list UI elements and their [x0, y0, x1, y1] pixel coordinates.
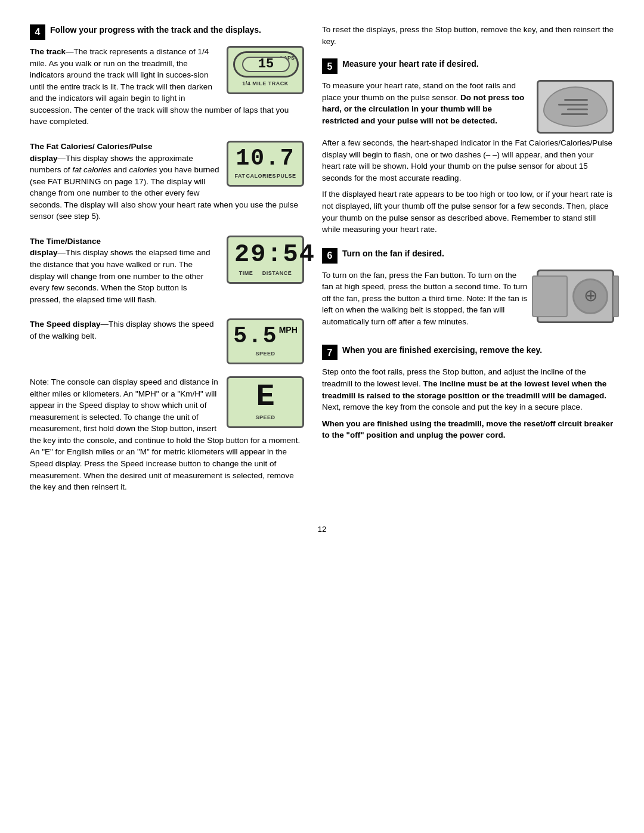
time-distance-subhead: The Time/Distance: [30, 237, 101, 246]
step7-text2: Next, remove the key from the console an…: [322, 402, 583, 411]
fat-calories-display: 10.7 FAT CALORIES PULSE: [227, 141, 304, 187]
e-display: E SPEED: [227, 376, 304, 428]
fan-circle: ⊕: [572, 278, 608, 314]
time-distance-number: 29:54: [234, 241, 296, 268]
fan-icon: ⊕: [584, 284, 597, 308]
fat-calories-subhead: The Fat Calories/ Calories/Pulse: [30, 142, 153, 151]
pulse-line-4: [561, 113, 588, 115]
fan-panel-right: [613, 275, 619, 317]
page-number: 12: [30, 524, 614, 535]
step7-text1: Step onto the foot rails, press the Stop…: [322, 366, 614, 413]
fat-text3: and: [112, 165, 129, 174]
reset-displays-text: To reset the displays, press the Stop bu…: [322, 24, 614, 47]
step5-number: 5: [327, 60, 333, 73]
step5-text3: If the displayed heart rate appears to b…: [322, 188, 614, 235]
pulse-sensor-inner: [543, 86, 608, 127]
step5-section: 5 Measure your heart rate if desired.: [322, 58, 614, 236]
track-subhead: The track: [30, 47, 66, 56]
step4-number-box: 4: [30, 24, 45, 40]
step6-content: ⊕ To turn on the fan, press the Fan butt…: [322, 270, 614, 333]
pulse-sensor-display: [537, 80, 614, 134]
fan-panel-left: [532, 275, 568, 317]
track-bottom-label: 1/4 MILE TRACK: [233, 80, 298, 88]
fat-calories-number: 10.7: [234, 146, 296, 171]
step5-title: Measure your heart rate if desired.: [342, 58, 479, 70]
e-bottom-label: SPEED: [234, 414, 296, 422]
speed-label: SPEED: [255, 350, 275, 358]
step7-number: 7: [327, 346, 333, 360]
fat-display-wrap: 10.7 FAT CALORIES PULSE: [227, 141, 304, 187]
e-number: E: [234, 382, 296, 413]
speed-subhead: The Speed display: [30, 320, 101, 329]
step5-content: To measure your heart rate, stand on the…: [322, 80, 614, 137]
track-laps-number: 15: [258, 55, 274, 74]
fat-display-label: display: [30, 154, 58, 163]
step7-header: 7 When you are finished exercising, remo…: [322, 344, 614, 360]
track-display: LAPS 15 1/4 MILE TRACK: [227, 46, 304, 94]
time-distance-display: 29:54 TIME DISTANCE: [227, 236, 304, 284]
speed-number: 5.5: [233, 324, 277, 349]
time-label: TIME: [239, 270, 253, 277]
track-section: LAPS 15 1/4 MILE TRACK The track—The tra…: [30, 46, 304, 132]
step4-title: Follow your progress with the track and …: [50, 24, 261, 36]
pulse-line-2: [558, 104, 588, 106]
step5-number-box: 5: [322, 58, 338, 74]
left-column: 4 Follow your progress with the track an…: [30, 24, 304, 506]
step7-title: When you are finished exercising, remove…: [342, 344, 542, 356]
speed-display-wrap: 5.5 MPH SPEED: [227, 318, 304, 364]
calories-label: CALORIES: [246, 172, 276, 180]
fat-italic1: fat calories: [72, 165, 111, 174]
e-speed-label: SPEED: [255, 414, 275, 422]
fan-display-wrap: ⊕: [537, 270, 614, 323]
pulse-display-wrap: [537, 80, 614, 134]
fan-display: ⊕: [537, 270, 614, 323]
pulse-line-1: [564, 99, 588, 101]
e-display-wrap: E SPEED: [227, 376, 304, 428]
distance-label: DISTANCE: [262, 270, 292, 277]
track-oval-inner: 15: [242, 57, 290, 72]
step6-header: 6 Turn on the fan if desired.: [322, 247, 614, 264]
step5-header: 5 Measure your heart rate if desired.: [322, 58, 614, 74]
step6-number: 6: [327, 249, 333, 262]
speed-bottom-label: SPEED: [234, 350, 296, 358]
speed-section: 5.5 MPH SPEED The Speed display—This dis…: [30, 318, 304, 368]
step6-number-box: 6: [322, 248, 338, 264]
track-display-wrap: LAPS 15 1/4 MILE TRACK: [227, 46, 304, 94]
time-distance-section: 29:54 TIME DISTANCE The Time/Distance di…: [30, 236, 304, 310]
e-display-section: E SPEED Note: The console can display sp…: [30, 376, 304, 498]
fat-italic2: calories: [129, 165, 157, 174]
pulse-sensor-lines: [558, 99, 593, 115]
right-column: To reset the displays, press the Stop bu…: [322, 24, 614, 506]
step4-number: 4: [35, 25, 41, 39]
mph-label: MPH: [279, 324, 298, 336]
step7-section: 7 When you are finished exercising, remo…: [322, 344, 614, 441]
time-distance-labels: TIME DISTANCE: [234, 270, 296, 277]
pulse-line-3: [567, 109, 588, 110]
time-display-label: display: [30, 248, 58, 257]
fat-label: FAT: [235, 172, 246, 180]
step7-number-box: 7: [322, 345, 338, 360]
step6-title: Turn on the fan if desired.: [342, 247, 444, 259]
fan-inner: ⊕: [532, 275, 619, 317]
pulse-label: PULSE: [277, 172, 296, 180]
time-display-wrap: 29:54 TIME DISTANCE: [227, 236, 304, 284]
speed-display: 5.5 MPH SPEED: [227, 318, 304, 364]
fat-calories-section: 10.7 FAT CALORIES PULSE The Fat Calories…: [30, 141, 304, 227]
step4-header: 4 Follow your progress with the track an…: [30, 24, 304, 40]
step5-text2: After a few seconds, the heart-shaped in…: [322, 137, 614, 184]
step7-bold2: When you are finished using the treadmil…: [322, 418, 614, 441]
fat-calories-labels: FAT CALORIES PULSE: [234, 172, 296, 180]
step6-section: 6 Turn on the fan if desired. ⊕: [322, 247, 614, 333]
track-oval: LAPS 15: [233, 51, 299, 78]
